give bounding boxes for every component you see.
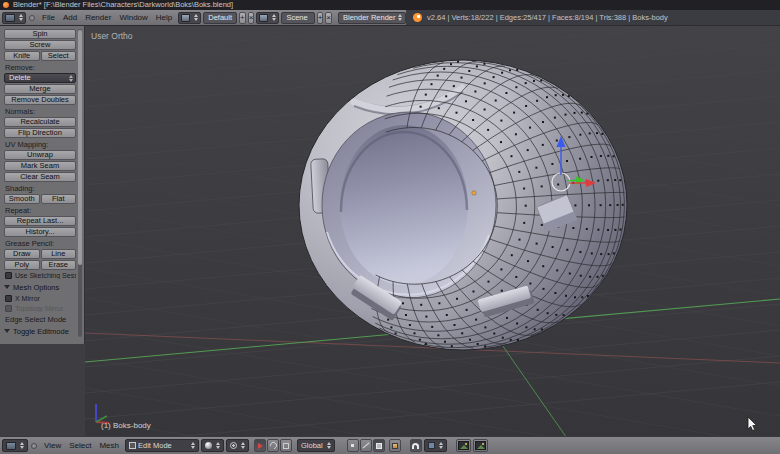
info-header-stats: v2.64 | Verts:18/222 | Edges:25/417 | Fa… <box>406 10 780 26</box>
tool-button-flip-direction[interactable]: Flip Direction <box>4 128 76 138</box>
menu-mesh[interactable]: Mesh <box>95 439 123 453</box>
editor-type-selector-info[interactable] <box>2 12 26 24</box>
dropdown-arrows-icon <box>216 442 220 449</box>
tool-shelf-panels: SpinScrewKnifeSelectRemove:DeleteMergeRe… <box>0 26 85 344</box>
screen-layout-add-button[interactable]: + <box>239 12 246 24</box>
manipulator-scale-button[interactable] <box>280 439 292 452</box>
tool-button-poly[interactable]: Poly <box>4 260 40 270</box>
tool-button-delete[interactable]: Delete <box>4 73 76 83</box>
edge-select-button[interactable] <box>360 439 372 452</box>
tool-button-merge[interactable]: Merge <box>4 84 76 94</box>
snap-element-selector[interactable] <box>424 439 447 452</box>
screen-layout-close-button[interactable]: × <box>248 12 255 24</box>
shelf-label-edge-select-mode: Edge Select Mode <box>0 314 76 325</box>
view-name-label: User Ortho <box>91 31 133 41</box>
tool-button-recalculate[interactable]: Recalculate <box>4 117 76 127</box>
tool-button-repeat-last[interactable]: Repeat Last... <box>4 216 76 226</box>
panel-header-toggle-editmode[interactable]: Toggle Editmode <box>0 325 76 337</box>
screen-layout-field[interactable]: Default <box>203 12 237 24</box>
menu-file[interactable]: File <box>38 11 59 25</box>
menu-view[interactable]: View <box>40 439 65 453</box>
snap-element-icon <box>428 442 435 449</box>
shelf-label-grease-pencil: Grease Pencil: <box>0 238 76 249</box>
transform-orientation-selector[interactable]: Global <box>297 439 335 452</box>
panel-collapse-icon[interactable] <box>4 285 10 289</box>
manip-scale-icon <box>283 443 289 449</box>
object-origin-dot <box>472 191 476 195</box>
mesh-object-boks-body[interactable] <box>299 60 627 350</box>
shelf-label-repeat: Repeat: <box>0 205 76 216</box>
tool-button-smooth[interactable]: Smooth <box>4 194 40 204</box>
header-options-icon[interactable] <box>29 15 35 21</box>
shelf-label-uv-mapping: UV Mapping: <box>0 139 76 150</box>
menu-add[interactable]: Add <box>59 11 81 25</box>
pivot-center-icon <box>230 442 237 449</box>
mode-selector[interactable]: Edit Mode <box>125 439 199 452</box>
tool-button-line[interactable]: Line <box>41 249 77 259</box>
tool-button-select[interactable]: Select <box>41 51 77 61</box>
vertex-select-button[interactable] <box>347 439 359 452</box>
opengl-render-anim-button[interactable] <box>473 439 488 452</box>
select-mode-group <box>347 439 385 452</box>
menu-help[interactable]: Help <box>152 11 176 25</box>
tool-button-unwrap[interactable]: Unwrap <box>4 150 76 160</box>
window-title: Blender* [F:\Blender Files\Characters\Da… <box>13 0 233 10</box>
snap-toggle-button[interactable] <box>410 439 422 452</box>
checkbox-use-sketching-sessio[interactable]: Use Sketching Sessio <box>5 271 76 280</box>
render-engine-selector[interactable]: Blender Render <box>338 12 406 24</box>
tool-button-draw[interactable]: Draw <box>4 249 40 259</box>
menu-render[interactable]: Render <box>81 11 115 25</box>
menu-select[interactable]: Select <box>65 439 95 453</box>
checkbox-label: X Mirror <box>15 295 40 302</box>
occlude-geometry-button[interactable] <box>389 439 401 452</box>
scene-add-button[interactable]: + <box>317 12 324 24</box>
scene-close-button[interactable]: × <box>325 12 332 24</box>
scene-statistics: v2.64 | Verts:18/222 | Edges:25/417 | Fa… <box>427 13 668 22</box>
edge-select-icon <box>362 443 369 449</box>
manipulator-group <box>254 439 292 452</box>
blender-logo <box>413 13 422 22</box>
pivot-point-selector[interactable] <box>226 439 249 452</box>
tool-button-remove-doubles[interactable]: Remove Doubles <box>4 95 76 105</box>
face-select-button[interactable] <box>373 439 385 452</box>
scene-field[interactable]: Scene <box>281 12 314 24</box>
checkbox-x-mirror[interactable]: X Mirror <box>5 294 76 303</box>
shelf-label-normals: Normals: <box>0 106 76 117</box>
snap-magnet-icon <box>412 443 419 449</box>
scrollbar-thumb[interactable] <box>78 30 82 265</box>
info-menubar: FileAddRenderWindowHelp <box>38 11 176 25</box>
editor-type-selector-3dview[interactable] <box>2 439 28 452</box>
scene-browse-button[interactable] <box>256 12 279 24</box>
opengl-render-button[interactable] <box>456 439 471 452</box>
manip-translate-icon <box>258 443 263 449</box>
tool-button-spin[interactable]: Spin <box>4 29 76 39</box>
tool-button-mark-seam[interactable]: Mark Seam <box>4 161 76 171</box>
header-collapse-icon[interactable] <box>31 443 37 449</box>
dropdown-arrows-icon <box>194 14 198 21</box>
panel-title: Toggle Editmode <box>13 327 69 336</box>
dropdown-arrows-icon <box>327 442 331 449</box>
checkbox-icon[interactable] <box>5 295 12 302</box>
menu-window[interactable]: Window <box>115 11 151 25</box>
viewport-shading-selector[interactable] <box>201 439 224 452</box>
tool-button-knife[interactable]: Knife <box>4 51 40 61</box>
tool-shelf: SpinScrewKnifeSelectRemove:DeleteMergeRe… <box>0 26 85 436</box>
manipulator-rotate-button[interactable] <box>267 439 279 452</box>
title-bar: Blender* [F:\Blender Files\Characters\Da… <box>0 0 780 10</box>
viewport-3d[interactable]: User Ortho (1) Boks-body <box>85 26 780 436</box>
manipulator-translate-button[interactable] <box>254 439 266 452</box>
shading-sphere-icon <box>205 442 212 449</box>
panel-header-mesh-options[interactable]: Mesh Options <box>0 281 76 293</box>
tool-button-flat[interactable]: Flat <box>41 194 77 204</box>
tool-button-history[interactable]: History... <box>4 227 76 237</box>
tool-button-erase[interactable]: Erase <box>41 260 77 270</box>
tool-shelf-scrollbar[interactable] <box>78 29 82 337</box>
panel-collapse-icon[interactable] <box>4 329 10 333</box>
checkbox-label: Use Sketching Sessio <box>15 272 76 279</box>
screen-layout-browse-button[interactable] <box>178 12 201 24</box>
vertex-select-icon <box>351 444 354 447</box>
tool-button-screw[interactable]: Screw <box>4 40 76 50</box>
viewport-canvas[interactable] <box>85 26 780 436</box>
checkbox-icon[interactable] <box>5 272 12 279</box>
tool-button-clear-seam[interactable]: Clear Seam <box>4 172 76 182</box>
